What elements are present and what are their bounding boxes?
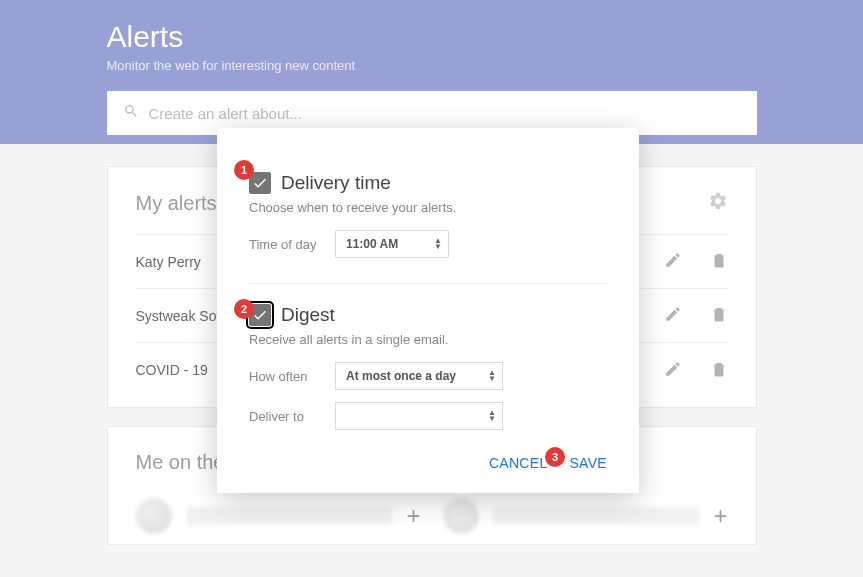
- how-often-label: How often: [249, 369, 335, 384]
- chevron-updown-icon: ▲▼: [488, 410, 496, 422]
- delivery-time-section: Delivery time Choose when to receive you…: [249, 172, 607, 259]
- page-title: Alerts: [107, 20, 757, 54]
- check-icon: [252, 307, 268, 323]
- trash-icon[interactable]: [710, 305, 728, 326]
- cancel-button[interactable]: CANCEL: [489, 455, 548, 471]
- time-of-day-value: 11:00 AM: [346, 237, 398, 251]
- callout-1: 1: [234, 160, 254, 180]
- plus-icon[interactable]: +: [713, 502, 727, 530]
- delivery-time-desc: Choose when to receive your alerts.: [249, 200, 607, 215]
- suggestion-text: [493, 507, 700, 525]
- page-header: Alerts Monitor the web for interesting n…: [0, 0, 863, 144]
- avatar: [443, 498, 479, 534]
- divider: [249, 283, 607, 284]
- deliver-to-select[interactable]: ▲▼: [335, 402, 503, 430]
- callout-2: 2: [234, 299, 254, 319]
- search-icon: [123, 103, 139, 123]
- alert-row-actions: [664, 305, 728, 326]
- alert-name: Katy Perry: [136, 254, 201, 270]
- list-item[interactable]: +: [136, 498, 421, 534]
- my-alerts-heading: My alerts: [136, 192, 217, 215]
- suggestion-text: [186, 507, 393, 525]
- save-button[interactable]: SAVE: [569, 455, 607, 471]
- plus-icon[interactable]: +: [406, 502, 420, 530]
- list-item[interactable]: +: [443, 498, 728, 534]
- alert-row-actions: [664, 251, 728, 272]
- search-input[interactable]: [149, 105, 741, 122]
- avatar: [136, 498, 172, 534]
- callout-3: 3: [545, 447, 565, 467]
- trash-icon[interactable]: [710, 251, 728, 272]
- trash-icon[interactable]: [710, 360, 728, 381]
- deliver-to-label: Deliver to: [249, 409, 335, 424]
- time-of-day-label: Time of day: [249, 237, 335, 252]
- digest-title: Digest: [281, 304, 335, 326]
- time-of-day-select[interactable]: 11:00 AM ▲▼: [335, 230, 449, 258]
- pencil-icon[interactable]: [664, 251, 682, 272]
- digest-desc: Receive all alerts in a single email.: [249, 332, 607, 347]
- page-subtitle: Monitor the web for interesting new cont…: [107, 58, 757, 73]
- chevron-updown-icon: ▲▼: [434, 238, 442, 250]
- check-icon: [252, 175, 268, 191]
- digest-section: Digest Receive all alerts in a single em…: [249, 304, 607, 431]
- delivery-time-title: Delivery time: [281, 172, 391, 194]
- how-often-value: At most once a day: [346, 369, 456, 383]
- pencil-icon[interactable]: [664, 360, 682, 381]
- how-often-select[interactable]: At most once a day ▲▼: [335, 362, 503, 390]
- settings-dialog: Delivery time Choose when to receive you…: [217, 128, 639, 493]
- alert-row-actions: [664, 360, 728, 381]
- chevron-updown-icon: ▲▼: [488, 370, 496, 382]
- alert-name: COVID - 19: [136, 362, 208, 378]
- me-suggestions: + +: [136, 498, 728, 534]
- pencil-icon[interactable]: [664, 305, 682, 326]
- gear-icon[interactable]: [708, 191, 728, 216]
